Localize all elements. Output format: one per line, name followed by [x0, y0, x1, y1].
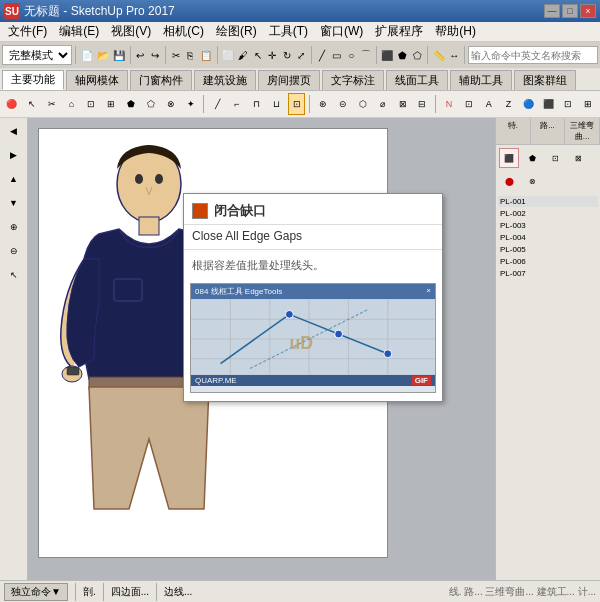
menu-help[interactable]: 帮助(H): [429, 21, 482, 42]
menu-window[interactable]: 窗口(W): [314, 21, 369, 42]
sidebar-btn-2[interactable]: ▶: [3, 144, 25, 166]
itool-1[interactable]: 🔴: [3, 93, 21, 115]
tool-btn-line[interactable]: ╱: [316, 44, 328, 66]
tool-btn-new[interactable]: 📄: [80, 44, 94, 66]
itool-29[interactable]: ⊞: [579, 93, 597, 115]
itool-28[interactable]: ⊡: [559, 93, 577, 115]
tool-btn-arc[interactable]: ⌒: [359, 44, 371, 66]
tool-btn-save[interactable]: 💾: [112, 44, 126, 66]
itool-13[interactable]: ⊓: [248, 93, 266, 115]
tab-lines[interactable]: 线面工具: [386, 70, 448, 90]
itool-22[interactable]: N: [440, 93, 458, 115]
tab-text[interactable]: 文字标注: [322, 70, 384, 90]
tab-patterns[interactable]: 图案群组: [514, 70, 576, 90]
rpanel-tab-2[interactable]: 路...: [531, 118, 566, 144]
tool-btn-rotate[interactable]: ↻: [281, 44, 293, 66]
itool-17[interactable]: ⊝: [334, 93, 352, 115]
popup-item-1[interactable]: Close All Edge Gaps: [184, 225, 442, 247]
sidebar-btn-4[interactable]: ▼: [3, 192, 25, 214]
rlist-item-1[interactable]: PL-001: [498, 196, 598, 207]
itool-2[interactable]: ↖: [23, 93, 41, 115]
menu-file[interactable]: 文件(F): [2, 21, 53, 42]
itool-20[interactable]: ⊠: [394, 93, 412, 115]
rpanel-btn-4[interactable]: ⊠: [568, 148, 588, 168]
rpanel-tab-1[interactable]: 特.: [496, 118, 531, 144]
rpanel-btn-3[interactable]: ⊡: [545, 148, 565, 168]
tool-btn-erase[interactable]: ⬜: [221, 44, 235, 66]
tool-btn-follow[interactable]: ⬟: [396, 44, 408, 66]
itool-10[interactable]: ✦: [182, 93, 200, 115]
sidebar-btn-7[interactable]: ↖: [3, 264, 25, 286]
tool-btn-rect[interactable]: ▭: [331, 44, 343, 66]
tool-btn-paste[interactable]: 📋: [199, 44, 213, 66]
rlist-item-4[interactable]: PL-004: [498, 232, 598, 243]
gif-close[interactable]: ×: [426, 286, 431, 297]
tool-btn-redo[interactable]: ↪: [149, 44, 161, 66]
itool-3[interactable]: ✂: [43, 93, 61, 115]
tool-btn-open[interactable]: 📂: [96, 44, 110, 66]
sidebar-btn-1[interactable]: ◀: [3, 120, 25, 142]
rpanel-btn-6[interactable]: ⊗: [522, 171, 542, 191]
cmd-btn-standalone[interactable]: 独立命令▼: [4, 583, 68, 601]
itool-26[interactable]: 🔵: [519, 93, 537, 115]
maximize-button[interactable]: □: [562, 4, 578, 18]
tool-btn-circle[interactable]: ○: [345, 44, 357, 66]
itool-9[interactable]: ⊗: [162, 93, 180, 115]
tool-btn-dimension[interactable]: ↔: [448, 44, 460, 66]
rlist-item-7[interactable]: PL-007: [498, 268, 598, 279]
tool-btn-push[interactable]: ⬛: [380, 44, 394, 66]
tool-btn-move[interactable]: ✛: [266, 44, 278, 66]
rpanel-btn-2[interactable]: ⬟: [522, 148, 542, 168]
tab-doors[interactable]: 门窗构件: [130, 70, 192, 90]
rlist-item-3[interactable]: PL-003: [498, 220, 598, 231]
menu-tools[interactable]: 工具(T): [263, 21, 314, 42]
itool-24[interactable]: A: [480, 93, 498, 115]
itool-15[interactable]: ⊡: [288, 93, 306, 115]
itool-19[interactable]: ⌀: [374, 93, 392, 115]
itool-14[interactable]: ⊔: [268, 93, 286, 115]
tab-building[interactable]: 建筑设施: [194, 70, 256, 90]
tool-btn-tape[interactable]: 📏: [432, 44, 446, 66]
close-button[interactable]: ×: [580, 4, 596, 18]
itool-12[interactable]: ⌐: [228, 93, 246, 115]
menu-view[interactable]: 视图(V): [105, 21, 157, 42]
rlist-item-5[interactable]: PL-005: [498, 244, 598, 255]
tab-assist[interactable]: 辅助工具: [450, 70, 512, 90]
itool-16[interactable]: ⊛: [314, 93, 332, 115]
tab-main[interactable]: 主要功能: [2, 70, 64, 90]
menu-edit[interactable]: 编辑(E): [53, 21, 105, 42]
tool-btn-offset[interactable]: ⬠: [411, 44, 423, 66]
itool-27[interactable]: ⬛: [539, 93, 557, 115]
itool-8[interactable]: ⬠: [142, 93, 160, 115]
canvas-area[interactable]: 闭合缺口 Close All Edge Gaps 根据容差值批量处理线头。 08…: [28, 118, 495, 580]
itool-23[interactable]: ⊡: [460, 93, 478, 115]
menu-extensions[interactable]: 扩展程序: [369, 21, 429, 42]
tool-btn-copy[interactable]: ⎘: [184, 44, 196, 66]
tool-btn-scale[interactable]: ⤢: [295, 44, 307, 66]
sidebar-btn-5[interactable]: ⊕: [3, 216, 25, 238]
sidebar-btn-3[interactable]: ▲: [3, 168, 25, 190]
itool-7[interactable]: ⬟: [122, 93, 140, 115]
rpanel-tab-3[interactable]: 三维弯曲...: [565, 118, 600, 144]
itool-6[interactable]: ⊞: [102, 93, 120, 115]
rlist-item-2[interactable]: PL-002: [498, 208, 598, 219]
tool-btn-paint[interactable]: 🖌: [237, 44, 249, 66]
itool-5[interactable]: ⊡: [82, 93, 100, 115]
itool-25[interactable]: Z: [500, 93, 518, 115]
menu-camera[interactable]: 相机(C): [157, 21, 210, 42]
itool-18[interactable]: ⬡: [354, 93, 372, 115]
sidebar-btn-6[interactable]: ⊖: [3, 240, 25, 262]
tab-grid[interactable]: 轴网模体: [66, 70, 128, 90]
tool-btn-undo[interactable]: ↩: [134, 44, 146, 66]
tool-btn-select[interactable]: ↖: [252, 44, 264, 66]
tab-room[interactable]: 房间摆页: [258, 70, 320, 90]
itool-21[interactable]: ⊟: [413, 93, 431, 115]
itool-11[interactable]: ╱: [208, 93, 226, 115]
search-input[interactable]: [468, 46, 598, 64]
rlist-item-6[interactable]: PL-006: [498, 256, 598, 267]
tool-btn-cut[interactable]: ✂: [170, 44, 182, 66]
rpanel-btn-5[interactable]: ⬤: [499, 171, 519, 191]
rpanel-btn-1[interactable]: ⬛: [499, 148, 519, 168]
minimize-button[interactable]: —: [544, 4, 560, 18]
menu-draw[interactable]: 绘图(R): [210, 21, 263, 42]
